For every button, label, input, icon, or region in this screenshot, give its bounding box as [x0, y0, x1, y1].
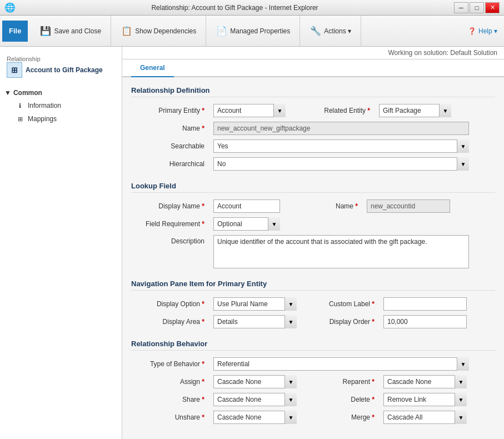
- relationship-definition-section: Relationship Definition Primary Entity *…: [131, 86, 495, 171]
- sidebar-entity-title: ⊞ Account to Gift Package: [7, 62, 115, 78]
- window-icon: 🌐: [4, 2, 16, 13]
- rb-unshare-select-wrap: Cascade None ▼: [213, 411, 297, 424]
- np-display-order-label: Display Order *: [301, 318, 379, 326]
- title-bar: 🌐 Relationship: Account to Gift Package …: [0, 0, 504, 16]
- np-custom-label-label: Custom Label *: [301, 300, 379, 308]
- window-controls: ─ □ ✕: [454, 2, 500, 13]
- managed-properties-button[interactable]: 📄 Managed Properties: [211, 20, 295, 42]
- sidebar-common-header: ▼ Common: [0, 87, 122, 99]
- np-display-area-row: Display Area * Details ▼ Display Order *: [131, 315, 495, 328]
- lookup-field-title: Lookup Field: [131, 182, 495, 193]
- lf-description-label: Description: [131, 235, 209, 245]
- rb-assign-select[interactable]: Cascade None: [213, 375, 297, 388]
- lf-description-row: Description Unique identifier of the acc…: [131, 235, 495, 268]
- related-entity-label: Related Entity *: [297, 107, 375, 114]
- lf-description-textarea[interactable]: Unique identifier of the account that is…: [213, 235, 469, 268]
- help-button[interactable]: ❓ Help ▾: [463, 25, 502, 37]
- primary-entity-label: Primary Entity *: [131, 107, 209, 114]
- searchable-select[interactable]: Yes: [213, 139, 469, 153]
- rb-unshare-label: Unshare *: [131, 413, 209, 421]
- sidebar-item-mappings[interactable]: ⊞ Mappings: [0, 112, 122, 126]
- chevron-down-icon: ▼: [4, 89, 11, 97]
- tab-general[interactable]: General: [131, 59, 174, 77]
- actions-button[interactable]: 🔧 Actions ▾: [305, 20, 356, 42]
- rb-type-row: Type of Behavior * Referential ▼: [131, 357, 495, 371]
- sidebar-header: Relationship ⊞ Account to Gift Package: [0, 51, 122, 80]
- save-and-close-button[interactable]: 💾 Save and Close: [34, 20, 106, 42]
- close-button[interactable]: ✕: [485, 2, 500, 13]
- related-entity-col: Related Entity * Gift Package ▼: [297, 104, 451, 117]
- lf-name-input[interactable]: [367, 199, 450, 213]
- related-entity-select[interactable]: Gift Package: [379, 104, 451, 117]
- window-title: Relationship: Account to Gift Package - …: [16, 4, 454, 12]
- name-row: Name *: [131, 122, 495, 135]
- name-input[interactable]: [213, 122, 469, 135]
- np-display-option-row: Display Option * Use Plural Name ▼ Custo…: [131, 297, 495, 311]
- searchable-select-wrap: Yes ▼: [213, 139, 469, 153]
- rb-reparent-select-wrap: Cascade None ▼: [383, 375, 467, 388]
- rb-unshare-row: Unshare * Cascade None ▼ Merge *: [131, 411, 495, 424]
- information-icon: ℹ: [16, 101, 24, 110]
- lf-display-name-input[interactable]: [213, 199, 280, 213]
- np-custom-label-input[interactable]: [383, 297, 467, 311]
- primary-entity-select[interactable]: Account: [213, 104, 286, 117]
- rb-type-select-wrap: Referential ▼: [213, 357, 469, 371]
- sidebar: Relationship ⊞ Account to Gift Package ▼…: [0, 47, 122, 439]
- nav-pane-title: Navigation Pane Item for Primary Entity: [131, 280, 495, 291]
- actions-icon: 🔧: [310, 25, 322, 37]
- tab-strip: General: [122, 59, 504, 77]
- primary-entity-col: Primary Entity * Account ▼: [131, 104, 286, 117]
- sidebar-common-section: ▼ Common ℹ Information ⊞ Mappings: [0, 87, 122, 126]
- hierarchical-row: Hierarchical No ▼: [131, 157, 495, 171]
- minimize-button[interactable]: ─: [454, 2, 468, 13]
- sidebar-entity-icon: ⊞: [7, 62, 22, 78]
- help-icon: ❓: [468, 27, 476, 35]
- ribbon-save-group: 💾 Save and Close: [30, 16, 111, 46]
- np-display-order-input[interactable]: [383, 315, 467, 328]
- hierarchical-label: Hierarchical: [131, 160, 209, 168]
- rb-delete-label: Delete *: [301, 396, 379, 403]
- rb-share-row: Share * Cascade None ▼ Delete *: [131, 393, 495, 406]
- hierarchical-select[interactable]: No: [213, 157, 469, 171]
- rb-merge-label: Merge *: [301, 413, 379, 421]
- lf-field-req-label: Field Requirement *: [131, 220, 209, 228]
- searchable-row: Searchable Yes ▼: [131, 139, 495, 153]
- dependencies-icon: 📋: [121, 25, 133, 37]
- rb-share-select[interactable]: Cascade None: [213, 393, 297, 406]
- name-label: Name *: [131, 124, 209, 132]
- relationship-behavior-title: Relationship Behavior: [131, 340, 495, 351]
- np-display-option-select[interactable]: Use Plural Name: [213, 297, 297, 311]
- np-display-area-label: Display Area *: [131, 318, 209, 326]
- show-dependencies-button[interactable]: 📋 Show Dependencies: [116, 20, 201, 42]
- rb-type-select[interactable]: Referential: [213, 357, 469, 371]
- rb-reparent-select[interactable]: Cascade None: [383, 375, 467, 388]
- relationship-definition-title: Relationship Definition: [131, 86, 495, 97]
- lf-name-label: Name *: [285, 202, 362, 210]
- rb-reparent-label: Reparent *: [301, 378, 379, 386]
- form-container: Relationship Definition Primary Entity *…: [122, 77, 504, 439]
- rb-share-label: Share *: [131, 396, 209, 403]
- np-display-area-select[interactable]: Details: [213, 315, 297, 328]
- np-display-option-select-wrap: Use Plural Name ▼: [213, 297, 297, 311]
- related-entity-select-wrap: Gift Package ▼: [379, 104, 451, 117]
- lf-field-req-select[interactable]: Optional: [213, 217, 280, 231]
- rb-delete-select[interactable]: Remove Link: [383, 393, 467, 406]
- main-container: Relationship ⊞ Account to Gift Package ▼…: [0, 47, 504, 439]
- rb-merge-select[interactable]: Cascade All: [383, 411, 467, 424]
- content-area: Working on solution: Default Solution Ge…: [122, 47, 504, 439]
- sidebar-item-information[interactable]: ℹ Information: [0, 99, 122, 112]
- sidebar-breadcrumb: Relationship: [7, 56, 115, 62]
- file-button[interactable]: File: [2, 21, 28, 42]
- rb-assign-select-wrap: Cascade None ▼: [213, 375, 297, 388]
- restore-button[interactable]: □: [470, 2, 484, 13]
- lf-names-row: Display Name * Name *: [131, 199, 495, 213]
- ribbon: File 💾 Save and Close 📋 Show Dependencie…: [0, 16, 504, 47]
- lf-field-req-select-wrap: Optional ▼: [213, 217, 280, 231]
- np-display-option-label: Display Option *: [131, 300, 209, 308]
- solution-bar: Working on solution: Default Solution: [122, 47, 504, 59]
- nav-pane-section: Navigation Pane Item for Primary Entity …: [131, 280, 495, 328]
- rb-type-label: Type of Behavior *: [131, 360, 209, 368]
- lf-field-req-row: Field Requirement * Optional ▼: [131, 217, 495, 231]
- rb-share-select-wrap: Cascade None ▼: [213, 393, 297, 406]
- rb-unshare-select[interactable]: Cascade None: [213, 411, 297, 424]
